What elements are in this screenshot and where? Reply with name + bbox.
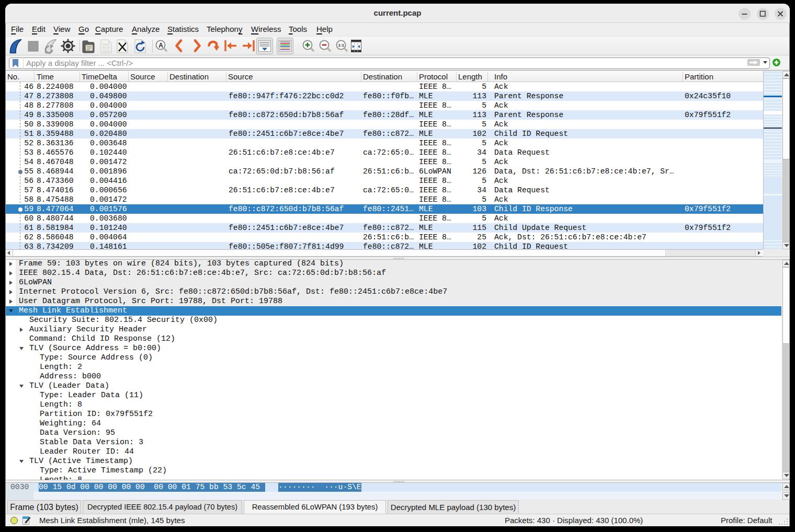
svg-text:1:1: 1:1 [338,43,345,48]
svg-text:0111: 0111 [103,49,110,53]
svg-text:A: A [158,42,163,49]
